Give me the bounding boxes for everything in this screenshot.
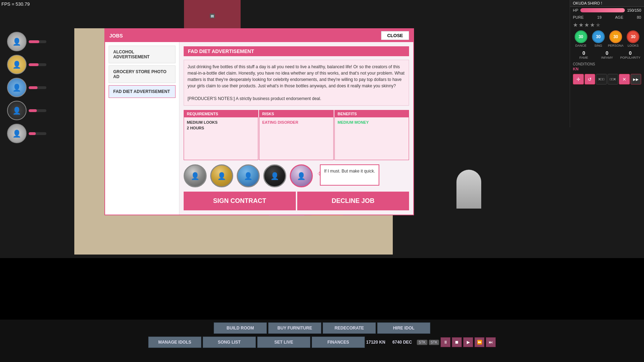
sing-label: SING: [594, 44, 602, 47]
persona-circle: 30: [609, 30, 622, 43]
conditions-value: KN: [573, 67, 641, 71]
character-name-bar: OKUDA SHIRO !: [570, 0, 644, 7]
persona-value: 30: [613, 34, 618, 39]
idol-avatar-5[interactable]: 👤: [290, 164, 313, 187]
media-btn-play[interactable]: ▶: [463, 337, 473, 347]
close-button[interactable]: CLOSE: [381, 31, 409, 40]
job-description: Just drinking five bottles of this stuff…: [184, 60, 409, 106]
idol-avatar-3[interactable]: 👤: [237, 164, 260, 187]
jobs-header: JOBS CLOSE: [105, 29, 413, 42]
action-btn-x[interactable]: ✕: [619, 74, 630, 84]
job-desc-text: Just drinking five bottles of this stuff…: [188, 64, 404, 88]
finances-button[interactable]: FINANCES: [312, 337, 365, 348]
stat-dance: 30 DANCE: [573, 30, 589, 47]
fame-item: 0 FAME: [573, 50, 595, 59]
infamy-value: 0: [596, 50, 618, 56]
avatar-item-4[interactable]: 👤: [7, 101, 46, 120]
action-btn-ddx[interactable]: □□X: [608, 74, 619, 84]
currency-kn: 17120 KN: [366, 340, 385, 345]
left-sidebar: 👤 👤 👤 👤: [7, 32, 46, 143]
requirement-1: MEDIUM LOOKS: [187, 120, 255, 124]
job-item-fad-diet[interactable]: FAD DIET ADVERTISEMENT: [109, 85, 176, 98]
pure-label: PURE: [573, 15, 584, 19]
redecorate-button[interactable]: REDECORATE: [323, 322, 376, 334]
scene-char-3: [456, 170, 481, 209]
action-btn-move[interactable]: ✛: [573, 74, 584, 84]
hp-text: 150/150: [627, 8, 641, 12]
star-4: ★: [590, 22, 595, 28]
requirements-section: REQUIREMENTS MEDIUM LOOKS 2 HOURS: [184, 110, 258, 160]
media-btn-fast-forward[interactable]: ⏩: [475, 337, 484, 347]
idol-avatar-1[interactable]: 👤: [184, 164, 207, 187]
character-name: OKUDA SHIRO !: [573, 1, 602, 5]
stat-looks: 30 LOOKS: [625, 30, 641, 47]
avatar-4[interactable]: 👤: [7, 101, 27, 120]
hire-idol-button[interactable]: HIRE IDOL: [377, 322, 430, 334]
sing-circle: 30: [592, 30, 605, 43]
buy-furniture-button[interactable]: BUY FURNITURE: [268, 322, 321, 334]
bottom-row2: MANAGE IDOLS SONG LIST SET LIVE FINANCES…: [0, 337, 644, 349]
looks-label: LOOKS: [628, 44, 639, 47]
avatar-item-5[interactable]: 👤: [7, 124, 46, 143]
star-3: ★: [584, 22, 589, 28]
jobs-dialog: JOBS CLOSE ALCOHOL ADVERTISEMENT GROCERY…: [104, 28, 414, 215]
avatar-item-2[interactable]: 👤: [7, 55, 46, 74]
media-controls: STK STK ⏸ ⏹ ▶ ⏩ ⏭: [417, 337, 496, 347]
manage-idols-button[interactable]: MANAGE IDOLS: [148, 337, 201, 348]
stat-sing: 30 SING: [590, 30, 606, 47]
persona-label: PERSONA: [608, 44, 623, 47]
job-item-alcohol[interactable]: ALCOHOL ADVERTISEMENT: [109, 46, 176, 63]
looks-circle: 30: [627, 30, 639, 43]
avatar-2[interactable]: 👤: [7, 55, 27, 74]
job-actions: SIGN CONTRACT DECLINE JOB: [184, 192, 409, 210]
dance-value: 30: [579, 34, 583, 39]
sign-contract-button[interactable]: SIGN CONTRACT: [184, 192, 296, 210]
avatar-hp-bar-3: [29, 86, 46, 89]
idol-avatar-4[interactable]: 👤: [263, 164, 286, 187]
set-live-button[interactable]: SET LIVE: [257, 337, 310, 348]
bottom-toolbar: BUILD ROOM BUY FURNITURE REDECORATE HIRE…: [0, 320, 644, 362]
avatar-hp-bar-1: [29, 40, 46, 43]
avatar-5[interactable]: 👤: [7, 124, 27, 143]
avatar-1[interactable]: 👤: [7, 32, 27, 51]
build-room-button[interactable]: BUILD ROOM: [214, 322, 267, 334]
popularity-value: 0: [619, 50, 641, 56]
stk-badge-2: STK: [429, 340, 439, 345]
avatar-item-1[interactable]: 👤: [7, 32, 46, 51]
age-label: AGE: [615, 15, 623, 19]
job-item-grocery[interactable]: GROCERY STORE PHOTO AD: [109, 65, 176, 83]
avatar-item-3[interactable]: 👤: [7, 78, 46, 97]
right-panel: OKUDA SHIRO ! HP 150/150 PURE 19 AGE 80 …: [570, 0, 644, 127]
requirements-body: MEDIUM LOOKS 2 HOURS: [184, 117, 258, 160]
risks-section: RISKS EATING DISORDER: [259, 110, 334, 160]
speech-bubble-container: If I must. But make it quick.: [320, 164, 379, 186]
action-buttons-panel: ✛ ↺ X□□ □□X ✕ ▶▶: [570, 72, 644, 86]
star-5: ★: [596, 22, 600, 28]
popularity-label: POPULARITY: [619, 56, 641, 59]
hp-label: HP: [573, 8, 578, 12]
avatar-3[interactable]: 👤: [7, 78, 27, 97]
speech-bubble-text: If I must. But make it quick.: [324, 169, 375, 174]
action-btn-rotate[interactable]: ↺: [585, 74, 596, 84]
song-list-button[interactable]: SONG LIST: [203, 337, 256, 348]
avatar-hp-bar-2: [29, 63, 46, 66]
risk-1: EATING DISORDER: [262, 120, 330, 124]
media-btn-skip[interactable]: ⏭: [486, 337, 496, 347]
avatar-hp-bar-4: [29, 109, 46, 112]
idol-avatar-2[interactable]: 👤: [210, 164, 233, 187]
action-btn-xdd[interactable]: X□□: [596, 74, 607, 84]
media-btn-pause[interactable]: ⏸: [441, 337, 450, 347]
pure-value: 19: [597, 15, 602, 19]
bottom-row1: BUILD ROOM BUY FURNITURE REDECORATE HIRE…: [0, 320, 644, 337]
producer-notes: [PRODUCER'S NOTES:] A strictly business …: [188, 96, 321, 101]
avatar-hp-fill-4: [29, 109, 37, 112]
action-btn-record[interactable]: ▶▶: [631, 74, 642, 84]
looks-value: 30: [631, 34, 636, 39]
jobs-content: ALCOHOL ADVERTISEMENT GROCERY STORE PHOT…: [105, 42, 413, 215]
benefits-header: BENEFITS: [335, 110, 409, 117]
building-sign: 🏢: [210, 14, 215, 18]
requirement-2: 2 HOURS: [187, 126, 255, 130]
media-btn-stop[interactable]: ⏹: [452, 337, 462, 347]
decline-job-button[interactable]: DECLINE JOB: [297, 192, 409, 210]
stars-row: ★ ★ ★ ★ ★: [570, 21, 644, 29]
